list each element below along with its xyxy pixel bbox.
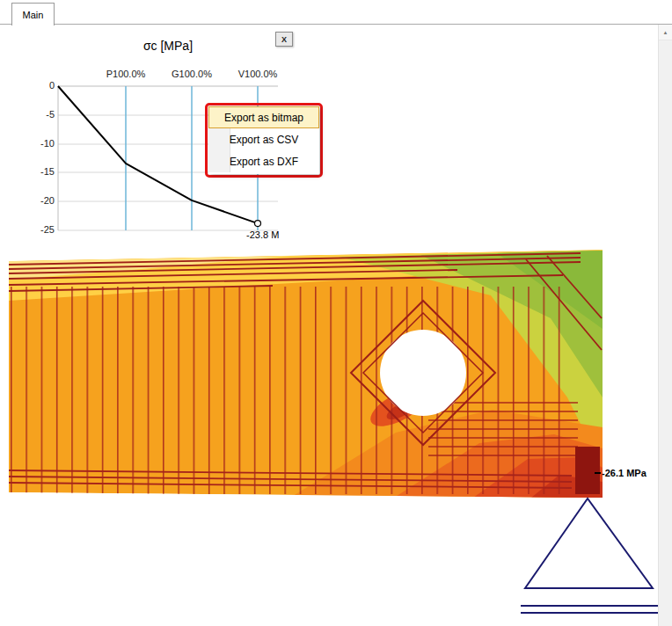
menu-item-export-bitmap[interactable]: Export as bitmap [208, 106, 319, 128]
vertical-scrollbar[interactable]: ▲ [658, 25, 672, 626]
menu-item-label: Export as bitmap [224, 112, 303, 124]
context-menu: Export as bitmap Export as CSV Export as… [208, 106, 319, 174]
support-symbol [521, 499, 658, 613]
menu-item-export-csv[interactable]: Export as CSV [208, 128, 319, 150]
y-tick-25: -25 [18, 224, 55, 235]
stage-label-g: G100.0% [157, 69, 227, 79]
tab-main[interactable]: Main [11, 3, 55, 25]
stage-label-v: V100.0% [223, 69, 293, 79]
fea-contour-view[interactable]: -26.1 MPa [0, 246, 659, 626]
tab-main-label: Main [23, 10, 44, 20]
scroll-up-button[interactable]: ▲ [659, 25, 672, 40]
tab-strip-divider [0, 24, 672, 25]
y-tick-0: 0 [18, 80, 55, 91]
stirrup-rebar-grid [11, 287, 565, 494]
y-tick-5: -5 [18, 109, 55, 120]
highlight-annotation-box: Export as bitmap Export as CSV Export as… [205, 103, 323, 178]
up-arrow-icon: ▲ [663, 30, 668, 35]
menu-item-label: Export as CSV [230, 134, 299, 146]
menu-icon-gutter [208, 128, 230, 150]
menu-item-label: Export as DXF [230, 156, 298, 168]
y-tick-20: -20 [18, 195, 55, 206]
chart-close-button[interactable]: X [275, 32, 293, 47]
y-tick-15: -15 [18, 166, 55, 177]
end-value-label: -23.8 M [246, 229, 279, 240]
menu-icon-gutter [208, 150, 230, 172]
menu-item-export-dxf[interactable]: Export as DXF [208, 150, 319, 172]
end-point-marker [255, 221, 261, 227]
bearing-plate [575, 447, 600, 494]
stage-label-p: P100.0% [91, 69, 161, 79]
beam-contours [9, 250, 603, 498]
y-tick-10: -10 [18, 138, 55, 149]
min-stress-label: -26.1 MPa [602, 468, 647, 478]
